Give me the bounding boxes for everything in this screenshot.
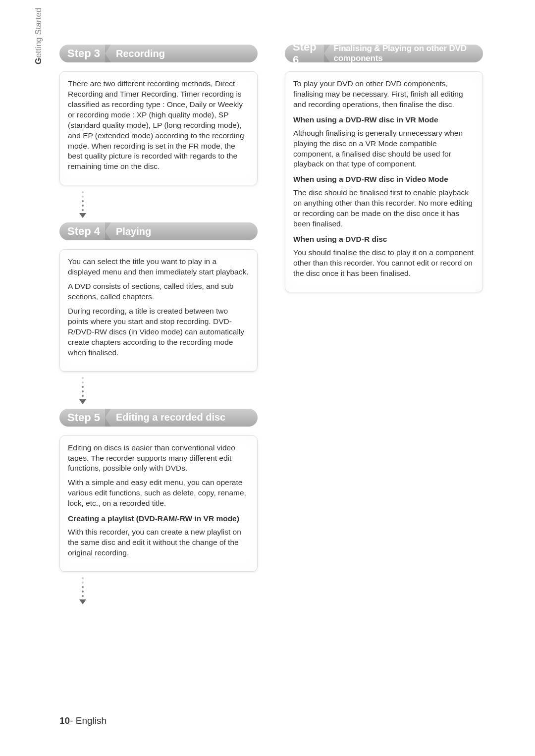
step6-header: Step 6 Finalising & Playing on other DVD… bbox=[285, 45, 483, 62]
dot-icon bbox=[82, 191, 84, 193]
body-text: You should finalise the disc to play it … bbox=[293, 248, 475, 279]
step-title: Recording bbox=[116, 48, 165, 59]
step-title: Editing a recorded disc bbox=[116, 412, 225, 423]
body-text: You can select the title you want to pla… bbox=[68, 257, 249, 277]
step-number: Step 3 bbox=[67, 47, 105, 60]
step6-box: To play your DVD on other DVD components… bbox=[285, 71, 483, 292]
body-text: With this recorder, you can create a new… bbox=[68, 527, 249, 558]
dot-icon bbox=[82, 200, 84, 202]
flow-connector bbox=[79, 185, 86, 222]
subheading: When using a DVD-RW disc in Video Mode bbox=[293, 174, 475, 185]
dot-icon bbox=[82, 196, 84, 198]
step-number: Step 6 bbox=[293, 41, 324, 66]
section-tab: Getting Started bbox=[34, 8, 44, 64]
step3-box: There are two different recording method… bbox=[59, 71, 258, 185]
subheading: Creating a playlist (DVD-RAM/-RW in VR m… bbox=[68, 514, 249, 524]
flow-connector bbox=[79, 572, 86, 609]
chevron-divider-icon bbox=[105, 45, 111, 62]
step4-header: Step 4 Playing bbox=[59, 222, 258, 240]
step-number: Step 5 bbox=[67, 411, 105, 424]
flow-connector bbox=[79, 372, 86, 409]
subheading: When using a DVD-RW disc in VR Mode bbox=[293, 115, 475, 125]
dot-icon bbox=[82, 390, 84, 392]
dot-icon bbox=[82, 582, 84, 584]
section-tab-initial: G bbox=[34, 58, 43, 64]
dot-icon bbox=[82, 377, 84, 379]
dot-icon bbox=[82, 209, 84, 211]
body-text: During recording, a title is created bet… bbox=[68, 306, 249, 358]
content-columns: Step 3 Recording There are two different… bbox=[59, 45, 490, 609]
chevron-divider-icon bbox=[105, 409, 111, 427]
body-text: A DVD consists of sections, called title… bbox=[68, 281, 249, 302]
section-tab-text: etting Started bbox=[34, 8, 43, 58]
step5-header: Step 5 Editing a recorded disc bbox=[59, 409, 258, 427]
chevron-divider-icon bbox=[324, 45, 329, 62]
body-text: There are two different recording method… bbox=[68, 79, 249, 172]
body-text: The disc should be finalised first to en… bbox=[293, 188, 475, 229]
body-text: With a simple and easy edit menu, you ca… bbox=[68, 478, 249, 509]
arrow-down-icon bbox=[79, 213, 86, 218]
step5-box: Editing on discs is easier than conventi… bbox=[59, 435, 258, 572]
step3-header: Step 3 Recording bbox=[59, 45, 258, 62]
dot-icon bbox=[82, 205, 84, 207]
dot-icon bbox=[82, 577, 84, 579]
dot-icon bbox=[82, 591, 84, 593]
body-text: Editing on discs is easier than conventi… bbox=[68, 443, 249, 474]
chevron-divider-icon bbox=[105, 222, 111, 240]
body-text: To play your DVD on other DVD components… bbox=[293, 79, 475, 110]
dot-icon bbox=[82, 386, 84, 388]
footer-language: English bbox=[76, 715, 107, 726]
body-text: Although finalising is generally unneces… bbox=[293, 128, 475, 170]
step-number: Step 4 bbox=[67, 225, 105, 238]
arrow-down-icon bbox=[79, 599, 86, 604]
dot-icon bbox=[82, 586, 84, 588]
footer-sep: - bbox=[70, 715, 76, 726]
page-footer: 10- English bbox=[59, 715, 107, 726]
left-column: Step 3 Recording There are two different… bbox=[59, 45, 258, 609]
manual-page: Getting Started Step 3 Recording There a… bbox=[0, 0, 535, 756]
step4-box: You can select the title you want to pla… bbox=[59, 249, 258, 371]
dot-icon bbox=[82, 381, 84, 383]
dot-icon bbox=[82, 395, 84, 397]
right-column: Step 6 Finalising & Playing on other DVD… bbox=[285, 45, 483, 609]
subheading: When using a DVD-R disc bbox=[293, 234, 475, 245]
step-title: Finalising & Playing on other DVD compon… bbox=[333, 44, 481, 63]
page-number: 10 bbox=[59, 715, 70, 726]
dot-icon bbox=[82, 595, 84, 597]
arrow-down-icon bbox=[79, 399, 86, 404]
step-title: Playing bbox=[116, 226, 151, 237]
